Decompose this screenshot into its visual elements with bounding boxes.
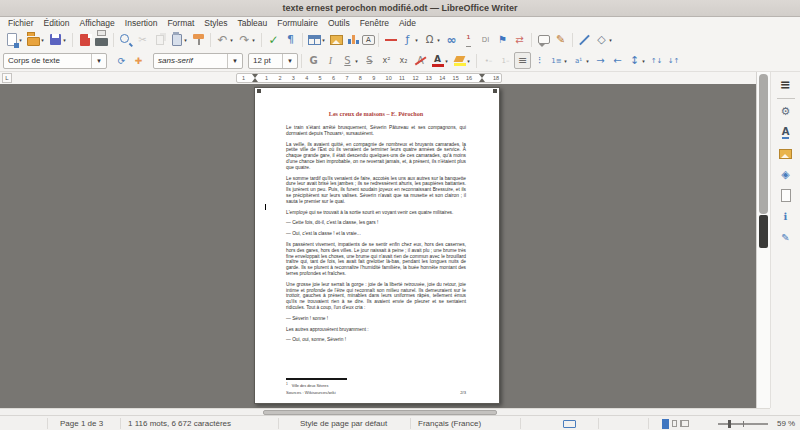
menu-item-format[interactable]: Format <box>162 18 199 28</box>
increase-paragraph-spacing-icon[interactable] <box>648 52 665 69</box>
print-icon[interactable] <box>93 31 110 48</box>
zoom-slider[interactable] <box>718 416 768 430</box>
line-spacing-icon[interactable] <box>626 52 643 69</box>
font-size-dropdown[interactable] <box>282 54 297 68</box>
vertical-scrollbar-dark-segment[interactable] <box>759 215 768 248</box>
clone-formatting-icon[interactable] <box>190 31 207 48</box>
list-options-icon[interactable] <box>531 52 548 69</box>
insert-special-character-icon[interactable] <box>421 31 438 48</box>
status-page-count[interactable]: Page 1 de 3 <box>60 416 103 430</box>
superscript-icon[interactable] <box>378 52 395 69</box>
bold-icon[interactable] <box>305 52 322 69</box>
undo-icon[interactable] <box>214 31 231 48</box>
selection-mode-icon[interactable] <box>563 416 576 430</box>
first-line-indent-marker[interactable] <box>252 78 258 82</box>
insert-cross-reference-icon[interactable] <box>511 31 528 48</box>
horizontal-ruler[interactable]: 11234567891011121314151618 <box>236 73 502 83</box>
decrease-paragraph-spacing-icon[interactable] <box>665 52 682 69</box>
insert-field-icon[interactable] <box>399 31 416 48</box>
document-canvas[interactable]: Les creux de maisons – E. Pérochon Le tr… <box>0 84 756 408</box>
menu-item-insertion[interactable]: Insertion <box>120 18 163 28</box>
menu-item-tableau[interactable]: Tableau <box>233 18 273 28</box>
book-view-icon[interactable] <box>680 420 689 427</box>
accessibility-check-icon[interactable] <box>777 229 794 246</box>
tab-stop-selector[interactable]: L <box>2 73 12 83</box>
window-titlebar[interactable]: texte ernest perochon modifié.odt — Libr… <box>0 0 800 17</box>
bullet-list-icon[interactable] <box>480 52 497 69</box>
page-deck-icon[interactable] <box>777 187 794 204</box>
menu-item-aide[interactable]: Aide <box>394 18 421 28</box>
paragraph-style-combo[interactable]: Corps de texte <box>3 53 107 69</box>
insert-text-box-icon[interactable] <box>362 35 375 45</box>
numbered-list-icon[interactable] <box>497 52 514 69</box>
italic-icon[interactable] <box>322 52 339 69</box>
right-indent-marker-bottom[interactable] <box>479 78 485 82</box>
redo-icon[interactable] <box>236 31 253 48</box>
insert-image-icon[interactable] <box>328 31 345 48</box>
copy-icon[interactable] <box>151 31 168 48</box>
gallery-icon[interactable] <box>777 145 794 162</box>
no-list-icon[interactable] <box>514 52 531 69</box>
insert-table-icon[interactable] <box>306 31 323 48</box>
insert-comment-icon[interactable] <box>535 31 552 48</box>
open-icon[interactable] <box>25 31 42 48</box>
status-language[interactable]: Français (France) <box>418 416 481 430</box>
properties-icon[interactable] <box>777 103 794 120</box>
font-name-combo[interactable]: sans-serif <box>153 53 243 69</box>
menu-item-affichage[interactable]: Affichage <box>75 18 120 28</box>
insert-bookmark-icon[interactable] <box>494 31 511 48</box>
zoom-slider-thumb[interactable] <box>728 420 731 428</box>
document-paragraph: — Oui, c'est la classe ! et la vraie... <box>286 231 466 237</box>
decrease-indent-icon[interactable] <box>609 52 626 69</box>
style-inspector-icon[interactable] <box>777 208 794 225</box>
vertical-scrollbar-thumb[interactable] <box>759 74 768 214</box>
menu-item-outils[interactable]: Outils <box>323 18 355 28</box>
insert-chart-icon[interactable] <box>345 31 362 48</box>
status-page-style[interactable]: Style de page par défaut <box>300 416 387 430</box>
new-style-icon[interactable]: ✚ <box>130 52 147 69</box>
multi-page-view-icon[interactable] <box>672 420 677 427</box>
menu-item-fichier[interactable]: Fichier <box>3 18 39 28</box>
increase-indent-icon[interactable] <box>592 52 609 69</box>
highlight-color-icon[interactable] <box>451 52 468 69</box>
formatting-marks-icon[interactable] <box>282 31 299 48</box>
menu-item-edition[interactable]: Édition <box>39 18 75 28</box>
subscript-icon[interactable] <box>395 52 412 69</box>
basic-shapes-icon[interactable] <box>593 31 610 48</box>
track-changes-icon[interactable] <box>552 31 569 48</box>
horizontal-scrollbar[interactable] <box>0 408 770 415</box>
spelling-icon[interactable] <box>265 31 282 48</box>
status-word-count[interactable]: 1 116 mots, 6 672 caractères <box>128 416 231 430</box>
save-icon[interactable] <box>47 31 64 48</box>
insert-footnote-icon[interactable] <box>460 31 477 48</box>
insert-line-icon[interactable] <box>576 31 593 48</box>
single-page-view-icon[interactable] <box>662 419 669 429</box>
paste-icon[interactable] <box>168 31 185 48</box>
insert-hyperlink-icon[interactable] <box>443 31 460 48</box>
navigator-icon[interactable] <box>777 166 794 183</box>
vertical-scrollbar[interactable] <box>756 72 770 408</box>
paragraph-style-dropdown[interactable] <box>91 54 106 68</box>
new-document-icon[interactable] <box>3 31 20 48</box>
outline-list-icon[interactable] <box>570 52 587 69</box>
ordered-list-icon[interactable] <box>548 52 565 69</box>
zoom-level[interactable]: 59 % <box>777 416 795 430</box>
sidebar-settings-icon[interactable] <box>777 76 794 93</box>
insert-endnote-icon[interactable] <box>477 31 494 48</box>
strikethrough-icon[interactable] <box>361 52 378 69</box>
font-name-dropdown[interactable] <box>227 54 242 68</box>
insert-page-break-icon[interactable] <box>382 31 399 48</box>
export-pdf-icon[interactable] <box>76 31 93 48</box>
menu-item-styles[interactable]: Styles <box>199 18 232 28</box>
cut-icon[interactable] <box>134 31 151 48</box>
menu-item-formulaire[interactable]: Formulaire <box>272 18 323 28</box>
document-page[interactable]: Les creux de maisons – E. Pérochon Le tr… <box>254 87 500 404</box>
find-replace-icon[interactable] <box>117 31 134 48</box>
styles-icon[interactable] <box>777 124 794 141</box>
font-color-icon[interactable] <box>429 52 446 69</box>
menu-item-fenetre[interactable]: Fenêtre <box>355 18 394 28</box>
update-style-icon[interactable]: ⟳ <box>113 52 130 69</box>
underline-icon[interactable] <box>339 52 356 69</box>
clear-formatting-icon[interactable] <box>412 52 429 69</box>
font-size-combo[interactable]: 12 pt <box>248 53 298 69</box>
